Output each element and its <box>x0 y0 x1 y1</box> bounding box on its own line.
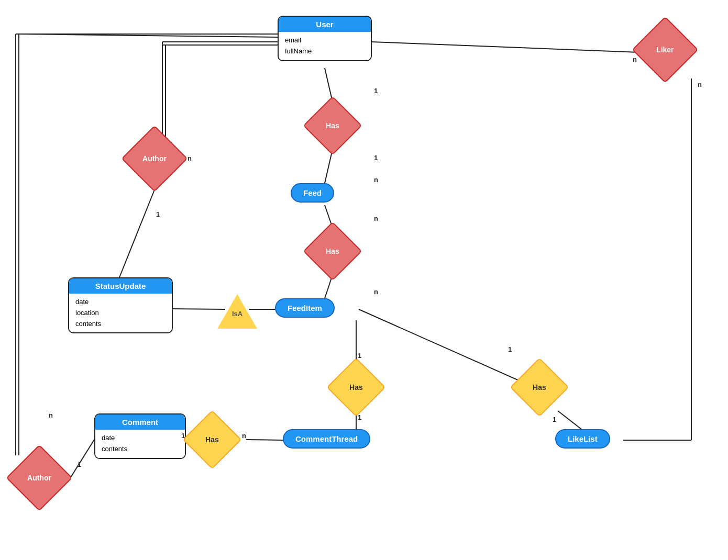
card-6: n <box>187 154 192 162</box>
diamond-has-feed-feeditem: Has <box>309 228 356 275</box>
diamond-liker: Liker <box>636 21 694 79</box>
attr-date: date <box>75 297 166 308</box>
card-7: 1 <box>156 210 160 218</box>
entity-statusupdate-header: StatusUpdate <box>69 278 172 294</box>
svg-line-22 <box>19 34 278 37</box>
isa-label: IsA <box>232 310 242 318</box>
card-8: n <box>633 55 637 63</box>
svg-line-23 <box>372 42 639 52</box>
card-11: 1 <box>358 413 361 421</box>
svg-line-11 <box>119 183 157 277</box>
diamond-has-comment-ct: Has <box>189 416 236 463</box>
entity-comment-header: Comment <box>95 415 185 430</box>
entity-user-body: email fullName <box>279 32 371 60</box>
er-diagram: User email fullName Feed FeedItem Status… <box>0 0 728 560</box>
card-1: 1 <box>374 87 378 95</box>
card-2: 1 <box>374 154 378 162</box>
card-12: 1 <box>181 432 185 440</box>
diamond-author-comment: Author <box>10 449 68 507</box>
entity-commentthread: CommentThread <box>283 429 370 449</box>
attr-date2: date <box>102 433 179 444</box>
entity-statusupdate-body: date location contents <box>69 294 172 332</box>
attr-fullname: fullName <box>285 46 365 57</box>
svg-line-27 <box>558 411 581 429</box>
diamond-has-feeditem-ll: Has <box>516 364 563 411</box>
card-14: 1 <box>508 345 512 353</box>
entity-comment-body: date contents <box>95 430 185 458</box>
card-3: n <box>374 176 378 184</box>
card-4: n <box>374 215 378 222</box>
svg-line-17 <box>246 440 283 440</box>
entity-feeditem: FeedItem <box>275 298 335 318</box>
card-9: n <box>698 81 702 88</box>
entity-statusupdate: StatusUpdate date location contents <box>68 277 173 333</box>
diamond-has-user-feed: Has <box>309 102 356 149</box>
card-16: n <box>49 411 53 419</box>
entity-user-header: User <box>279 17 371 32</box>
attr-contents: contents <box>75 319 166 330</box>
diamond-author-status: Author <box>126 130 183 187</box>
card-10: 1 <box>358 352 361 360</box>
attr-location: location <box>75 308 166 319</box>
card-17: 1 <box>78 461 81 468</box>
isa-triangle: IsA <box>217 293 257 330</box>
entity-feed: Feed <box>291 183 334 203</box>
entity-comment: Comment date contents <box>94 413 186 459</box>
svg-line-1 <box>325 149 333 183</box>
entity-user: User email fullName <box>278 16 372 61</box>
card-13: n <box>242 432 246 440</box>
card-5: n <box>374 288 378 296</box>
card-15: 1 <box>553 416 556 423</box>
attr-contents2: contents <box>102 444 179 455</box>
attr-email: email <box>285 35 365 46</box>
diamond-has-feeditem-ct: Has <box>333 364 380 411</box>
entity-likelist: LikeList <box>555 429 610 449</box>
